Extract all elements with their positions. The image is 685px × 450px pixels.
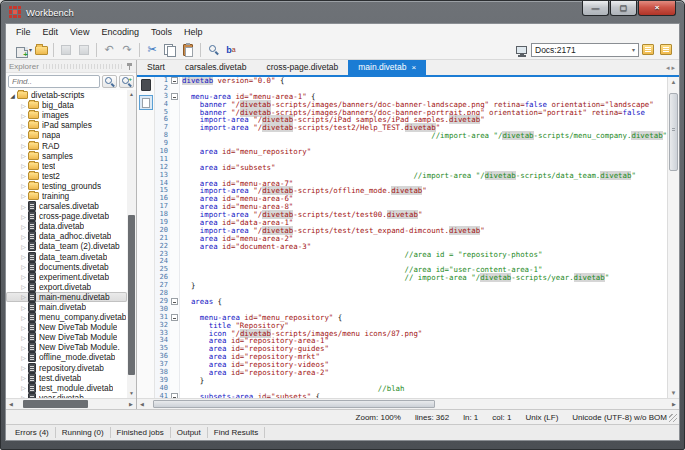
tree-item-new-divetab-module[interactable]: ▷New DiveTab Module [6,332,127,342]
undo-button[interactable]: ↶ [100,42,118,58]
tab-start[interactable]: Start [137,60,175,75]
code-line[interactable]: 29 areas { [155,298,667,306]
active-page-icon[interactable] [139,95,153,110]
tree-item-offline-mode-divetab[interactable]: ▷offline_mode.divetab [6,352,127,362]
tree-item-main-menu-divetab[interactable]: ▷main-menu.divetab [6,292,127,302]
resize-grip[interactable] [669,414,677,422]
code-editor[interactable]: 1divetab version="0.0" {23 menu-area id=… [155,77,667,398]
save-button[interactable] [57,42,75,58]
code-line[interactable]: 26 // import-area "/divetab-scripts/year… [155,274,667,282]
tab-scroll-arrows[interactable]: ◂ ▸ [666,60,679,75]
tree-item-data-team-2-divetab[interactable]: ▷data_team (2).divetab [6,241,127,251]
scroll-up-icon[interactable]: ▲ [671,77,677,87]
menu-item-file[interactable]: File [10,26,37,38]
expand-icon[interactable]: ▷ [19,354,28,361]
fold-collapse-icon[interactable] [171,314,178,321]
fold-collapse-icon[interactable] [171,93,178,100]
tab-close-icon[interactable]: × [411,63,416,72]
tab-cross-page-divetab[interactable]: cross-page.divetab [256,60,348,75]
tree-item-ipad-samples[interactable]: ▷iPad samples [6,120,127,130]
code-line[interactable]: 23 //area id = "repository-photos" [155,251,667,259]
expand-icon[interactable]: ▷ [19,293,28,300]
title-bar[interactable]: Workbench — ▢ × [1,1,684,23]
expand-icon[interactable]: ▷ [19,122,28,129]
tree-item-training[interactable]: ▷training [6,191,127,201]
find-input[interactable] [8,75,100,88]
scroll-left-icon[interactable]: ◀ [137,399,147,409]
expand-icon[interactable]: ▷ [19,233,28,240]
expand-icon[interactable]: ▷ [19,213,28,220]
tree-item-documents-divetab[interactable]: ▷documents.divetab [6,262,127,272]
maximize-button[interactable]: ▢ [610,1,637,16]
upload-doc-icon[interactable] [639,42,657,58]
find-advanced-button[interactable]: + [119,75,134,88]
tree-item-data-adhoc-divetab[interactable]: ▷data_adhoc.divetab [6,231,127,241]
pin-icon[interactable] [126,63,133,70]
scroll-down-icon[interactable]: ▼ [129,389,134,398]
tree-item-samples[interactable]: ▷samples [6,151,127,161]
menu-item-help[interactable]: Help [178,26,209,38]
code-line[interactable]: 10 area id="menu_repository" [155,148,667,156]
copy-button[interactable] [161,42,179,58]
fold-collapse-icon[interactable] [171,77,178,84]
tree-item-main-divetab[interactable]: ▷main.divetab [6,302,127,312]
expand-icon[interactable]: ▷ [19,162,28,169]
explorer-vertical-scrollbar[interactable]: ▲ ▼ [127,90,136,398]
docs-combobox[interactable]: Docs:2171 ▾ [531,43,639,57]
tree-item-testing-grounds[interactable]: ▷testing_grounds [6,181,127,191]
cut-button[interactable]: ✂ [143,42,161,58]
expand-icon[interactable]: ▷ [19,192,28,199]
fold-collapse-icon[interactable] [171,298,178,305]
expand-icon[interactable]: ▷ [19,182,28,189]
close-button[interactable]: × [638,1,676,16]
expand-icon[interactable]: ▷ [19,263,28,270]
expand-icon[interactable]: ▷ [19,314,28,321]
combobox-arrow-icon[interactable]: ▾ [632,46,635,53]
find-button[interactable] [102,75,117,88]
expand-icon[interactable]: ▷ [19,334,28,341]
tree-item-big-data[interactable]: ▷big_data [6,100,127,110]
tab-main-divetab[interactable]: main.divetab× [348,60,426,75]
save-all-button[interactable] [75,42,93,58]
expand-icon[interactable]: ▷ [19,152,28,159]
expand-icon[interactable]: ▷ [19,112,28,119]
expand-icon[interactable]: ▷ [19,344,28,351]
expand-icon[interactable]: ▷ [19,384,28,391]
panel-tab-find-results[interactable]: Find Results [208,427,265,438]
scroll-right-icon[interactable]: ▶ [669,399,679,409]
tree-item-test2[interactable]: ▷test2 [6,171,127,181]
expand-icon[interactable]: ▷ [19,283,28,290]
paste-button[interactable] [179,42,197,58]
tree-item-test[interactable]: ▷test [6,161,127,171]
expand-icon[interactable]: ▷ [19,304,28,311]
tree-item-cross-page-divetab[interactable]: ▷cross-page.divetab [6,211,127,221]
tree-item-test-module-divetab[interactable]: ▷test_module.divetab [6,383,127,393]
expand-icon[interactable]: ▷ [19,253,28,260]
scroll-right-icon[interactable]: ▶ [126,399,136,409]
tree-item-divetab-scripts[interactable]: ◢divetab-scripts [6,90,127,100]
tab-carsales-divetab[interactable]: carsales.divetab [175,60,256,75]
scroll-down-icon[interactable]: ▼ [671,388,677,398]
tree-item-export-divetab[interactable]: ▷export.divetab [6,282,127,292]
code-line[interactable]: 8 //import-area "/divetab-scripts/menu_c… [155,132,667,140]
minimize-button[interactable]: — [582,1,609,16]
tree-item-new-divetab-module[interactable]: ▷New DiveTab Module. [6,342,127,352]
expand-icon[interactable]: ▷ [19,364,28,371]
open-folder-button[interactable] [32,42,50,58]
panel-tab-errors-4[interactable]: Errors (4) [9,427,56,438]
tree-item-experiment-divetab[interactable]: ▷experiment.divetab [6,272,127,282]
scroll-up-icon[interactable]: ▲ [129,90,134,99]
font-case-button[interactable]: ba [222,42,240,58]
tree-item-new-divetab-module[interactable]: ▷New DiveTab Module [6,322,127,332]
explorer-horizontal-scrollbar[interactable]: ◀ ▶ [6,398,136,409]
tree-item-test-divetab[interactable]: ▷test.divetab [6,373,127,383]
tree-item-data-divetab[interactable]: ▷data.divetab [6,221,127,231]
search-button[interactable] [204,42,222,58]
code-line[interactable]: 38 area id="repository-area-2" [155,369,667,377]
expand-icon[interactable]: ▷ [19,203,28,210]
code-line[interactable]: 28 [155,290,667,298]
expand-icon[interactable]: ▷ [19,132,28,139]
tree-item-images[interactable]: ▷images [6,110,127,120]
expand-icon[interactable]: ▷ [19,324,28,331]
collapse-icon[interactable]: ◢ [8,92,17,99]
